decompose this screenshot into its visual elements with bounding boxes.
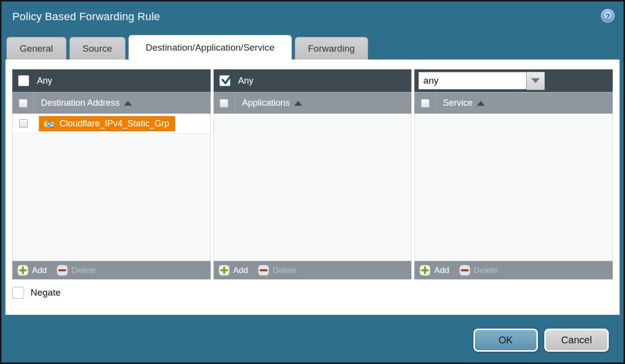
negate-label: Negate bbox=[31, 287, 61, 298]
tab-forwarding[interactable]: Forwarding bbox=[295, 37, 368, 60]
sort-ascending-icon bbox=[477, 101, 485, 106]
applications-header-label[interactable]: Applications bbox=[242, 98, 302, 108]
address-group-icon bbox=[43, 119, 55, 128]
destination-list: Cloudflare_IPv4_Static_Grp bbox=[12, 114, 211, 261]
tab-source[interactable]: Source bbox=[69, 37, 125, 60]
delete-minus-icon bbox=[459, 265, 470, 276]
service-dropdown-bar: any bbox=[414, 69, 613, 92]
tab-bar: General Source Destination/Application/S… bbox=[6, 35, 619, 60]
applications-column: Any Applications bbox=[214, 69, 412, 279]
add-plus-icon bbox=[17, 265, 29, 276]
applications-any-checkbox[interactable] bbox=[219, 75, 230, 86]
destination-item-checkbox[interactable] bbox=[19, 119, 28, 128]
service-column-header: Service bbox=[414, 92, 613, 114]
destination-any-checkbox[interactable] bbox=[18, 75, 29, 86]
destination-column-header: Destination Address bbox=[12, 92, 211, 114]
service-select-all-checkbox[interactable] bbox=[421, 99, 430, 108]
cancel-button[interactable]: Cancel bbox=[544, 329, 609, 352]
chevron-down-icon bbox=[531, 78, 540, 83]
tab-content-panel: Any Destination Address bbox=[5, 60, 620, 315]
destination-address-column: Any Destination Address bbox=[12, 69, 211, 279]
service-add-button[interactable]: Add bbox=[419, 265, 449, 276]
policy-based-forwarding-rule-dialog: Policy Based Forwarding Rule ? General S… bbox=[0, 0, 625, 364]
destination-item-cloudflare-group[interactable]: Cloudflare_IPv4_Static_Grp bbox=[39, 116, 175, 131]
service-column: any Service bbox=[414, 69, 613, 279]
destination-any-bar: Any bbox=[12, 69, 211, 92]
applications-any-bar: Any bbox=[214, 69, 412, 92]
sort-ascending-icon bbox=[124, 101, 132, 106]
dialog-title: Policy Based Forwarding Rule bbox=[12, 10, 160, 23]
add-plus-icon bbox=[419, 265, 431, 276]
sort-ascending-icon bbox=[294, 101, 302, 106]
destination-select-all-checkbox[interactable] bbox=[19, 99, 28, 108]
destination-add-button[interactable]: Add bbox=[17, 265, 47, 276]
service-mode-dropdown-button[interactable] bbox=[527, 72, 545, 90]
negate-checkbox[interactable] bbox=[12, 287, 24, 299]
applications-list bbox=[214, 114, 412, 261]
service-header-label[interactable]: Service bbox=[443, 98, 485, 108]
destination-header-label[interactable]: Destination Address bbox=[41, 98, 132, 108]
columns-container: Any Destination Address bbox=[12, 69, 613, 279]
service-mode-dropdown: any bbox=[418, 72, 545, 90]
delete-minus-icon bbox=[57, 265, 68, 276]
applications-column-header: Applications bbox=[214, 92, 412, 114]
service-toolbar: Add Delete bbox=[414, 261, 613, 279]
service-list bbox=[414, 114, 613, 261]
service-mode-value[interactable]: any bbox=[418, 72, 527, 90]
dialog-title-bar: Policy Based Forwarding Rule ? bbox=[1, 1, 624, 34]
dialog-actions: OK Cancel bbox=[473, 329, 609, 352]
applications-any-label: Any bbox=[238, 76, 253, 86]
delete-minus-icon bbox=[258, 265, 269, 276]
tab-destination-application-service[interactable]: Destination/Application/Service bbox=[128, 35, 292, 60]
svg-text:?: ? bbox=[605, 12, 610, 20]
destination-toolbar: Add Delete bbox=[12, 261, 211, 279]
applications-delete-button[interactable]: Delete bbox=[258, 265, 297, 276]
help-icon[interactable]: ? bbox=[601, 9, 615, 23]
checkmark-icon bbox=[220, 74, 233, 87]
applications-toolbar: Add Delete bbox=[214, 261, 412, 279]
ok-button[interactable]: OK bbox=[473, 329, 538, 352]
list-item: Cloudflare_IPv4_Static_Grp bbox=[13, 114, 210, 134]
negate-row: Negate bbox=[12, 287, 61, 299]
destination-any-label: Any bbox=[37, 76, 52, 86]
applications-add-button[interactable]: Add bbox=[219, 265, 248, 276]
tab-general[interactable]: General bbox=[6, 37, 66, 60]
destination-delete-button[interactable]: Delete bbox=[57, 265, 95, 276]
service-delete-button[interactable]: Delete bbox=[459, 265, 498, 276]
destination-item-label: Cloudflare_IPv4_Static_Grp bbox=[60, 119, 169, 129]
applications-select-all-checkbox[interactable] bbox=[219, 99, 228, 108]
add-plus-icon bbox=[219, 265, 230, 276]
